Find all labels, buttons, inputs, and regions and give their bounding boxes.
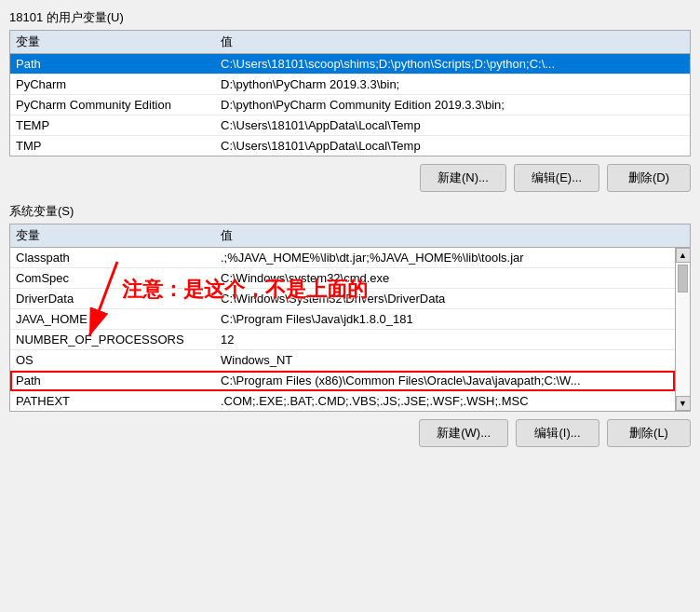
user-table-row[interactable]: TMPC:\Users\18101\AppData\Local\Temp — [10, 136, 690, 156]
system-header-var: 变量 — [16, 227, 221, 244]
sys-new-button[interactable]: 新建(W)... — [419, 419, 508, 447]
user-vars-section: 18101 的用户变量(U) 变量 值 PathC:\Users\18101\s… — [9, 9, 691, 192]
system-row-var: JAVA_HOME — [16, 312, 221, 326]
system-header-val: 值 — [221, 227, 669, 244]
user-table-row[interactable]: TEMPC:\Users\18101\AppData\Local\Temp — [10, 116, 690, 136]
user-edit-button[interactable]: 编辑(E)... — [514, 164, 599, 192]
sys-edit-button[interactable]: 编辑(I)... — [516, 419, 599, 447]
user-row-val: D:\python\PyCharm Community Edition 2019… — [221, 98, 684, 112]
user-buttons-row: 新建(N)... 编辑(E)... 删除(D) — [9, 164, 691, 192]
user-row-val: D:\python\PyCharm 2019.3.3\bin; — [221, 77, 684, 91]
user-table-row[interactable]: PathC:\Users\18101\scoop\shims;D:\python… — [10, 54, 690, 75]
sys-delete-button[interactable]: 删除(L) — [607, 419, 691, 447]
system-table-row[interactable]: OSWindows_NT — [10, 350, 675, 371]
user-row-val: C:\Users\18101\AppData\Local\Temp — [221, 139, 684, 153]
system-row-val: .;%JAVA_HOME%\lib\dt.jar;%JAVA_HOME%\lib… — [221, 251, 669, 265]
system-table-row[interactable]: JAVA_HOMEC:\Program Files\Java\jdk1.8.0_… — [10, 309, 675, 330]
system-buttons-row: 新建(W)... 编辑(I)... 删除(L) — [9, 419, 691, 447]
system-vars-section: 系统变量(S) 变量 值 注意：是这个，不是上面的 — [9, 203, 691, 447]
system-row-var: ComSpec — [16, 271, 221, 285]
system-row-var: PATHEXT — [16, 394, 221, 408]
user-row-var: PyCharm — [16, 77, 221, 91]
system-table-scroll-container: 注意：是这个，不是上面的 Classpath.;%JAVA_HOME%\lib\… — [10, 248, 690, 411]
user-row-val: C:\Users\18101\scoop\shims;D:\python\Scr… — [221, 57, 684, 71]
system-table-body: 注意：是这个，不是上面的 Classpath.;%JAVA_HOME%\lib\… — [10, 248, 675, 411]
system-vars-title: 系统变量(S) — [9, 203, 691, 220]
user-row-var: TEMP — [16, 118, 221, 132]
user-header-var: 变量 — [16, 34, 221, 50]
system-table-row[interactable]: PathC:\Program Files (x86)\Common Files\… — [10, 371, 675, 391]
system-vars-table: 变量 值 注意：是这个，不是上面的 — [9, 224, 691, 412]
system-vars-header: 变量 值 — [10, 224, 690, 248]
user-table-row[interactable]: PyCharm Community EditionD:\python\PyCha… — [10, 95, 690, 116]
system-table-row[interactable]: ComSpecC:\Windows\system32\cmd.exe — [10, 268, 675, 289]
user-vars-title: 18101 的用户变量(U) — [9, 9, 691, 26]
system-table-row[interactable]: NUMBER_OF_PROCESSORS12 — [10, 330, 675, 350]
scrollbar-track[interactable] — [676, 263, 690, 396]
system-row-var: Path — [16, 374, 221, 388]
system-row-var: OS — [16, 353, 221, 367]
user-table-row[interactable]: PyCharmD:\python\PyCharm 2019.3.3\bin; — [10, 75, 690, 95]
user-row-var: TMP — [16, 139, 221, 153]
system-table-row[interactable]: DriverDataC:\Windows\System32\Drivers\Dr… — [10, 289, 675, 309]
system-table-row[interactable]: Classpath.;%JAVA_HOME%\lib\dt.jar;%JAVA_… — [10, 248, 675, 268]
system-row-val: 12 — [221, 333, 669, 347]
scrollbar-thumb[interactable] — [678, 265, 688, 292]
user-vars-table: 变量 值 PathC:\Users\18101\scoop\shims;D:\p… — [9, 30, 691, 156]
user-vars-header: 变量 值 — [10, 31, 690, 54]
system-row-val: C:\Windows\system32\cmd.exe — [221, 271, 669, 285]
user-header-val: 值 — [221, 34, 684, 50]
scrollbar-down-arrow[interactable]: ▼ — [676, 396, 691, 411]
system-vars-rows: Classpath.;%JAVA_HOME%\lib\dt.jar;%JAVA_… — [10, 248, 675, 411]
user-row-val: C:\Users\18101\AppData\Local\Temp — [221, 118, 684, 132]
system-row-val: C:\Windows\System32\Drivers\DriverData — [221, 292, 669, 306]
user-row-var: Path — [16, 57, 221, 71]
system-row-var: NUMBER_OF_PROCESSORS — [16, 333, 221, 347]
system-row-val: .COM;.EXE;.BAT;.CMD;.VBS;.JS;.JSE;.WSF;.… — [221, 394, 669, 408]
system-row-var: Classpath — [16, 251, 221, 265]
system-table-row[interactable]: PATHEXT.COM;.EXE;.BAT;.CMD;.VBS;.JS;.JSE… — [10, 391, 675, 411]
system-row-val: C:\Program Files\Java\jdk1.8.0_181 — [221, 312, 669, 326]
user-vars-rows: PathC:\Users\18101\scoop\shims;D:\python… — [10, 54, 690, 156]
system-row-var: DriverData — [16, 292, 221, 306]
system-scrollbar[interactable]: ▲ ▼ — [675, 248, 690, 411]
user-delete-button[interactable]: 删除(D) — [607, 164, 691, 192]
user-row-var: PyCharm Community Edition — [16, 98, 221, 112]
header-scrollbar-spacer — [669, 227, 684, 244]
system-row-val: C:\Program Files (x86)\Common Files\Orac… — [221, 374, 669, 388]
scrollbar-up-arrow[interactable]: ▲ — [676, 248, 691, 263]
user-new-button[interactable]: 新建(N)... — [420, 164, 506, 192]
system-row-val: Windows_NT — [221, 353, 669, 367]
